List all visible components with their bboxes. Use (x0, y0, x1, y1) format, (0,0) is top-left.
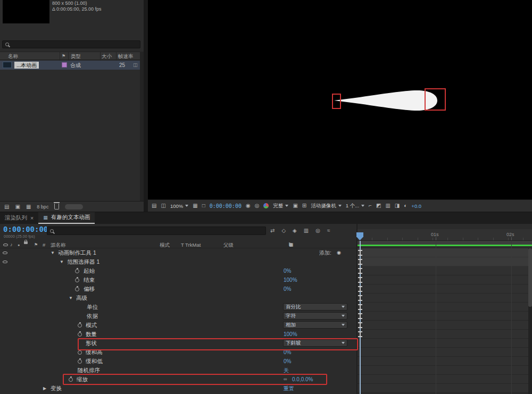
row-range-selector-1[interactable]: ▼ 范围选择器 1 (0, 257, 358, 266)
solo-column-icon[interactable]: ● (18, 241, 20, 248)
motion-blur-icon[interactable]: ◎ (315, 228, 320, 233)
property-label[interactable]: 缓和低 (86, 357, 103, 366)
tab-composition[interactable]: ▦ 有趣的文本动画 (38, 212, 95, 224)
view-layout-select[interactable]: 1 个... (346, 203, 364, 209)
trash-icon[interactable] (54, 204, 59, 209)
stopwatch-icon[interactable] (75, 287, 79, 291)
trkmat-column[interactable]: T TrkMat (181, 241, 201, 248)
property-label[interactable]: 模式 (86, 321, 97, 330)
audio-column-icon[interactable]: ♪ (10, 241, 13, 248)
magnification-select[interactable]: 100% (170, 203, 188, 209)
camera-select[interactable]: 活动摄像机 (311, 203, 342, 209)
stopwatch-icon[interactable] (78, 323, 82, 328)
resolution-select[interactable]: 完整 (273, 203, 288, 209)
graph-editor-icon[interactable]: ≈ (327, 228, 330, 233)
new-folder-icon[interactable]: ▣ (15, 204, 20, 210)
flowchart-icon[interactable]: ◨ (395, 203, 400, 209)
row-animator-1[interactable]: ▼ 动画制作工具 1 添加: ◉ (0, 248, 358, 257)
based-on-dropdown[interactable]: 字符 (283, 312, 347, 320)
frame-blend-icon[interactable]: ▥ (304, 228, 309, 233)
stopwatch-icon[interactable] (78, 359, 82, 364)
row-amount[interactable]: 数量 100% (0, 330, 358, 339)
add-property-button[interactable]: ◉ (337, 248, 341, 257)
keyframe-marker[interactable] (358, 313, 362, 319)
row-units[interactable]: 单位 百分比 (0, 303, 358, 312)
project-scrollbar[interactable] (140, 52, 144, 201)
selection-handle-left[interactable] (332, 94, 341, 109)
tab-render-queue[interactable]: 渲染队列 × (0, 212, 38, 224)
label-column-icon[interactable]: ⚑ (62, 53, 65, 60)
project-bpc-button[interactable]: 8 bpc (37, 204, 48, 209)
monitor-icon[interactable]: ▤ (152, 203, 156, 209)
project-item-row[interactable]: ...本动画 合成 25 ◫ (0, 61, 140, 70)
eye-icon[interactable] (3, 261, 7, 263)
stopwatch-icon[interactable] (75, 269, 79, 273)
row-advanced[interactable]: ▼ 高级 (0, 294, 358, 303)
composition-viewer[interactable] (148, 0, 532, 199)
keyframe-marker[interactable] (358, 250, 362, 256)
timeline-search-input[interactable] (47, 227, 266, 235)
units-dropdown[interactable]: 百分比 (283, 303, 347, 311)
interpret-footage-icon[interactable]: ▤ (4, 204, 9, 210)
dual-monitor-icon[interactable]: ◫ (161, 203, 165, 209)
keyframe-marker[interactable] (358, 277, 362, 283)
property-label[interactable]: 动画制作工具 1 (58, 248, 96, 257)
column-name[interactable]: 名称 (8, 53, 18, 60)
new-composition-icon[interactable]: ▦ (26, 204, 31, 210)
property-label[interactable]: 范围选择器 1 (67, 257, 99, 266)
column-size[interactable]: 大小 (102, 53, 112, 60)
3d-icon[interactable]: ⊕ (289, 241, 293, 248)
property-value[interactable]: 100% (284, 330, 297, 339)
item-name[interactable]: ...本动画 (14, 62, 39, 69)
property-label[interactable]: 高级 (76, 294, 87, 303)
property-value[interactable]: 0% (284, 357, 291, 366)
property-label[interactable]: 数量 (86, 330, 97, 339)
source-name-column[interactable]: 源名称 (51, 241, 66, 248)
keyframe-marker[interactable] (358, 259, 362, 265)
row-end[interactable]: 结束 100% (0, 275, 358, 284)
twirl-open-icon[interactable]: ▼ (60, 257, 64, 266)
row-offset[interactable]: 偏移 0% (0, 284, 358, 294)
property-label[interactable]: 起始 (84, 266, 95, 275)
label-column-icon[interactable]: ⚑ (34, 241, 38, 248)
region-of-interest-icon[interactable]: ▣ (293, 203, 297, 209)
grid-guides-icon[interactable]: ▦ (193, 203, 197, 209)
keyframe-marker[interactable] (358, 331, 362, 337)
property-label[interactable]: 偏移 (84, 284, 95, 294)
twirl-closed-icon[interactable]: ▶ (43, 384, 46, 393)
channels-icon[interactable] (263, 203, 269, 208)
keyframe-marker[interactable] (358, 268, 362, 274)
row-start[interactable]: 起始 0% (0, 266, 358, 275)
draft-3d-icon[interactable]: ◇ (281, 228, 286, 233)
timeline-track-area[interactable]: 01s 02s (358, 224, 532, 394)
current-timecode[interactable]: 0:00:00:00 (3, 225, 48, 233)
mini-flowchart-icon[interactable]: ⇄ (270, 228, 275, 233)
keyframe-marker[interactable] (358, 304, 362, 310)
keyframe-marker[interactable] (358, 286, 362, 292)
lock-column-icon[interactable] (24, 241, 28, 244)
exposure-reset-icon[interactable]: ◐ (404, 203, 407, 209)
transparency-grid-icon[interactable]: ⊞ (302, 203, 306, 209)
row-ease-low[interactable]: 缓和低 0% (0, 357, 358, 366)
selection-handle-right[interactable] (425, 88, 446, 111)
property-label[interactable]: 单位 (87, 303, 98, 312)
timeline-scrollbar[interactable] (528, 248, 532, 394)
project-search-input[interactable] (2, 40, 140, 48)
keyframe-marker[interactable] (358, 295, 362, 301)
row-transform[interactable]: ▶ 变换 重置 (0, 384, 358, 393)
mask-toggle-icon[interactable]: □ (202, 203, 205, 209)
pixel-aspect-icon[interactable]: ⌐ (369, 203, 372, 209)
text-shape[interactable] (334, 90, 437, 111)
mode-column[interactable]: 模式 (160, 241, 170, 248)
property-label[interactable]: 依据 (87, 312, 98, 321)
parent-column[interactable]: 父级 (223, 241, 234, 248)
mode-dropdown[interactable]: 相加 (283, 321, 347, 329)
keyframe-marker[interactable] (358, 322, 362, 328)
shy-layers-icon[interactable]: ◈ (293, 228, 297, 233)
time-ruler[interactable]: 01s 02s (358, 229, 532, 241)
scrollbar-thumb[interactable] (528, 248, 532, 307)
exposure-value[interactable]: +0.0 (411, 203, 421, 209)
stopwatch-icon[interactable] (78, 350, 82, 355)
work-area-bar[interactable] (358, 241, 532, 245)
reset-button[interactable]: 重置 (284, 384, 294, 393)
